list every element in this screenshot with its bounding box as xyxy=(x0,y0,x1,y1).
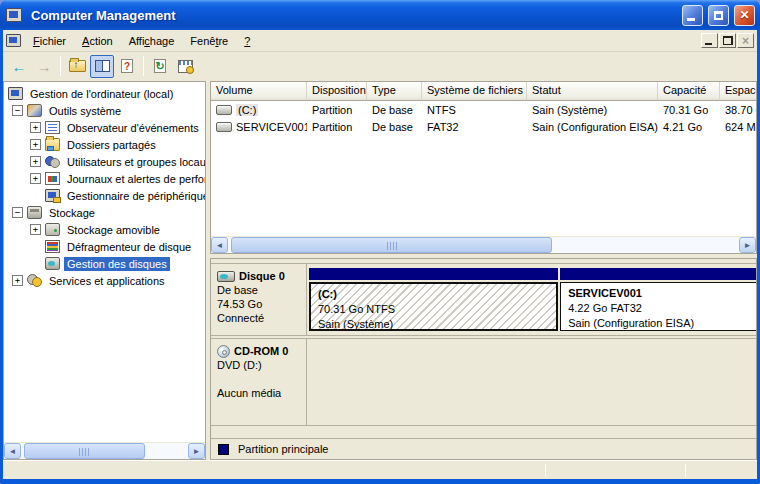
expand-icon[interactable]: + xyxy=(12,275,23,286)
menu-item-fichier[interactable]: Fichier xyxy=(25,32,74,50)
title-bar: Computer Management ✕ xyxy=(0,0,760,30)
mdi-system-menu-icon[interactable] xyxy=(6,34,21,47)
collapse-icon[interactable]: − xyxy=(12,207,23,218)
partition-status: Sain (Configuration EISA) xyxy=(568,316,752,331)
tree-scroll-right-button[interactable]: ► xyxy=(188,443,205,459)
disk-info-line: De base xyxy=(217,283,302,297)
tree-item-gestionnaire-de-peripheriques[interactable]: Gestionnaire de périphériques xyxy=(4,187,205,204)
tree-item-label: Gestion des disques xyxy=(64,257,170,271)
cd-rom-icon xyxy=(217,345,230,358)
partition-info: 70.31 Go NTFS xyxy=(318,302,549,317)
cell-statut: Sain (Système) xyxy=(527,103,658,116)
disk-info-panel: Disque 0De base74.53 GoConnecté xyxy=(211,264,307,335)
tree-horizontal-scrollbar[interactable]: ◄ ► xyxy=(4,442,205,459)
partition-servicev001[interactable]: SERVICEV0014.22 Go FAT32Sain (Configurat… xyxy=(560,268,756,331)
tree-scroll-left-button[interactable]: ◄ xyxy=(4,443,21,459)
tree-item-observateur-devenements[interactable]: +Observateur d'événements xyxy=(4,119,205,136)
tree-item-defragmenteur-de-disque[interactable]: Défragmenteur de disque xyxy=(4,238,205,255)
partition-c[interactable]: (C:)70.31 Go NTFSSain (Système) xyxy=(309,268,558,331)
menu-item-aide[interactable]: ? xyxy=(236,32,258,50)
volume-scroll-track[interactable] xyxy=(228,237,739,253)
tree-item-stockage[interactable]: −Stockage xyxy=(4,204,205,221)
expand-icon[interactable]: + xyxy=(30,173,41,184)
expand-icon[interactable]: + xyxy=(30,224,41,235)
maximize-icon xyxy=(714,11,723,20)
disk-info-line: Aucun média xyxy=(217,386,302,400)
volume-scroll-right-button[interactable]: ► xyxy=(739,237,756,253)
expand-icon[interactable]: + xyxy=(30,122,41,133)
performance-logs-icon xyxy=(45,172,60,185)
back-button[interactable]: ← xyxy=(7,55,31,78)
cell-fs: FAT32 xyxy=(422,120,527,133)
disk-info-line xyxy=(217,372,302,386)
volume-name: (C:) xyxy=(236,104,258,116)
disk-name: Disque 0 xyxy=(239,269,285,283)
column-header-statut[interactable]: Statut xyxy=(527,82,658,101)
primary-partition-swatch xyxy=(218,444,229,455)
mdi-restore-icon xyxy=(723,36,733,45)
close-button[interactable]: ✕ xyxy=(734,5,755,26)
tree-item-services-et-applications[interactable]: +Services et applications xyxy=(4,272,205,289)
tree-item-gestion-de-lordinateur-local[interactable]: Gestion de l'ordinateur (local) xyxy=(4,85,205,102)
partition-box[interactable]: (C:)70.31 Go NTFSSain (Système) xyxy=(309,282,558,331)
partition-label: SERVICEV001 xyxy=(568,286,752,301)
tree-item-label: Dossiers partagés xyxy=(64,138,159,152)
disk-graphical-view: Disque 0De base74.53 GoConnecté(C:)70.31… xyxy=(210,258,757,460)
show-console-tree-button[interactable] xyxy=(90,55,114,78)
cell-statut: Sain (Configuration EISA) xyxy=(527,120,658,133)
minimize-button[interactable] xyxy=(682,5,703,26)
help-button[interactable]: ? xyxy=(115,55,139,78)
menu-item-fenetre[interactable]: Fenêtre xyxy=(182,32,236,50)
disk-row-disque-0[interactable]: Disque 0De base74.53 GoConnecté(C:)70.31… xyxy=(211,263,756,336)
tree-item-label: Gestionnaire de périphériques xyxy=(64,189,205,203)
up-one-level-button[interactable] xyxy=(65,55,89,78)
tree-item-outils-systeme[interactable]: −Outils système xyxy=(4,102,205,119)
disk-row-cd-rom-0[interactable]: CD-ROM 0DVD (D:) Aucun média xyxy=(211,338,756,426)
column-header-espace-libre[interactable]: Espace libre xyxy=(720,82,757,101)
column-header-type[interactable]: Type xyxy=(367,82,422,101)
device-manager-icon xyxy=(45,189,60,202)
column-header-volume[interactable]: Volume xyxy=(211,82,307,101)
tree-scroll-thumb[interactable] xyxy=(24,443,144,459)
volume-row-c[interactable]: (C:)PartitionDe baseNTFSSain (Système)70… xyxy=(211,101,756,118)
expand-icon[interactable]: + xyxy=(30,139,41,150)
back-icon: ← xyxy=(12,59,27,74)
menu-item-affichage[interactable]: Affichage xyxy=(121,32,183,50)
tree-item-journaux-et-alertes-de-performance[interactable]: +Journaux et alertes de performance xyxy=(4,170,205,187)
tree-item-stockage-amovible[interactable]: +Stockage amovible xyxy=(4,221,205,238)
tree-item-gestion-des-disques[interactable]: Gestion des disques xyxy=(4,255,205,272)
expand-icon[interactable]: + xyxy=(30,156,41,167)
volume-scroll-thumb[interactable] xyxy=(231,237,553,253)
maximize-button[interactable] xyxy=(708,5,729,26)
disk-info-line: Connecté xyxy=(217,311,302,325)
mdi-close-button: × xyxy=(737,33,754,48)
cell-type: De base xyxy=(367,120,422,133)
mdi-restore-button[interactable] xyxy=(719,33,736,48)
volume-scroll-left-button[interactable]: ◄ xyxy=(211,237,228,253)
forward-button: → xyxy=(32,55,56,78)
tree-item-label: Défragmenteur de disque xyxy=(64,240,194,254)
volume-row-servicev001[interactable]: SERVICEV001PartitionDe baseFAT32Sain (Co… xyxy=(211,118,756,135)
volume-name: SERVICEV001 xyxy=(236,121,307,133)
disk-info-panel: CD-ROM 0DVD (D:) Aucun média xyxy=(211,339,307,425)
toolbar-separator xyxy=(143,56,144,76)
column-header-disposition[interactable]: Disposition xyxy=(307,82,367,101)
tree-scroll-track[interactable] xyxy=(21,443,188,459)
volume-horizontal-scrollbar[interactable]: ◄ ► xyxy=(211,236,756,253)
system-tools-icon xyxy=(27,104,42,117)
column-header-capacite[interactable]: Capacité xyxy=(658,82,720,101)
tree-item-dossiers-partages[interactable]: +Dossiers partagés xyxy=(4,136,205,153)
disk-drive-icon xyxy=(217,271,235,282)
tree-item-utilisateurs-et-groupes-locaux[interactable]: +Utilisateurs et groupes locaux xyxy=(4,153,205,170)
cell-espace_libre: 624 Mo xyxy=(720,120,757,133)
mdi-minimize-button[interactable] xyxy=(701,33,718,48)
column-header-systeme-de-fichiers[interactable]: Système de fichiers xyxy=(422,82,527,101)
disk-management-icon xyxy=(45,257,60,270)
forward-icon: → xyxy=(37,59,52,74)
toolbar-separator xyxy=(60,56,61,76)
partition-box[interactable]: SERVICEV0014.22 Go FAT32Sain (Configurat… xyxy=(560,282,756,331)
menu-item-action[interactable]: Action xyxy=(74,32,121,50)
disk-view-button[interactable] xyxy=(173,55,197,78)
collapse-icon[interactable]: − xyxy=(12,105,23,116)
refresh-button[interactable]: ↻ xyxy=(148,55,172,78)
